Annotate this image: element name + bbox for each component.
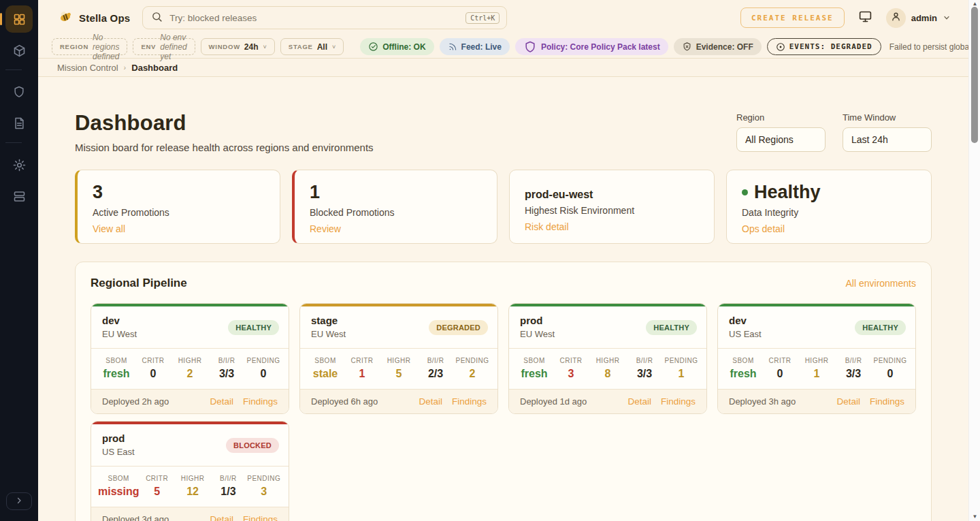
sidebar-collapse-button[interactable] xyxy=(6,492,32,510)
metric-value: stale xyxy=(307,368,344,380)
stage-dropdown[interactable]: STAGE All ˅ xyxy=(280,38,344,55)
metric-value: 0 xyxy=(762,368,798,380)
status-pill-label: EVENTS: DEGRADED xyxy=(789,42,872,51)
global-search-input[interactable]: Try: blocked releases Ctrl+K xyxy=(142,6,507,29)
stat-link[interactable]: Ops detail xyxy=(742,223,785,234)
health-dot-icon xyxy=(742,189,748,195)
monitor-icon xyxy=(858,10,872,27)
env-context-chip[interactable]: ENV No env defined yet xyxy=(133,38,195,55)
metric-highr: HIGHR 8 xyxy=(589,357,626,380)
check-circle-icon xyxy=(368,42,378,52)
metric-sbom: SBOM fresh xyxy=(516,357,553,380)
window-dropdown[interactable]: WINDOW 24h ˅ xyxy=(201,38,275,55)
findings-link[interactable]: Findings xyxy=(870,396,904,407)
detail-link[interactable]: Detail xyxy=(210,396,233,407)
status-pill-offline[interactable]: Offline: OK xyxy=(360,38,434,55)
metric-label: PENDING xyxy=(454,357,491,364)
metric-pending: PENDING 3 xyxy=(246,475,282,498)
env-chip-label: ENV xyxy=(141,43,156,50)
stat-link[interactable]: Review xyxy=(310,223,341,234)
status-badge: HEALTHY xyxy=(855,320,906,335)
detail-link[interactable]: Detail xyxy=(836,396,860,407)
metric-sbom: SBOM stale xyxy=(307,357,344,380)
sidebar-item-shield[interactable] xyxy=(5,78,33,106)
findings-link[interactable]: Findings xyxy=(661,396,696,407)
pipeline-card-prod-eu-west: prod EU West HEALTHY SBOM fresh CRITR 3 … xyxy=(508,303,707,414)
circle-dot-icon xyxy=(776,42,785,52)
sidebar-item-document[interactable] xyxy=(5,110,33,137)
stat-card-highest-risk-environment: prod-eu-westHighest Risk EnvironmentRisk… xyxy=(509,170,715,244)
metric-value: 3/3 xyxy=(208,368,245,380)
user-menu[interactable]: admin xyxy=(886,8,951,28)
pipeline-card-footer: Deployed 3h ago DetailFindings xyxy=(718,389,915,413)
metrics-row: SBOM fresh CRITR 0 HIGHR 2 B/I/R 3/3 PEN… xyxy=(91,348,289,389)
display-mode-button[interactable] xyxy=(858,10,872,27)
pipeline-card-dev-us-east: dev US East HEALTHY SBOM fresh CRITR 0 H… xyxy=(717,303,916,414)
scrollbar-thumb[interactable] xyxy=(971,7,978,143)
sidebar-item-package[interactable] xyxy=(5,37,33,64)
region-filter-select[interactable]: All Regions xyxy=(736,127,826,152)
detail-link[interactable]: Detail xyxy=(627,396,651,407)
metric-value: 2/3 xyxy=(417,368,454,380)
status-pill-events[interactable]: EVENTS: DEGRADED xyxy=(767,38,881,55)
page-title: Dashboard xyxy=(75,111,374,136)
scrollbar-down-arrow[interactable]: ▼ xyxy=(969,513,980,520)
chevron-right-icon: › xyxy=(124,63,127,72)
pipeline-grid: dev EU West HEALTHY SBOM fresh CRITR 0 H… xyxy=(91,303,916,521)
findings-link[interactable]: Findings xyxy=(243,514,278,521)
findings-link[interactable]: Findings xyxy=(243,396,278,407)
metric-value: 8 xyxy=(589,368,626,380)
chevron-down-icon: ˅ xyxy=(332,44,336,50)
metric-pending: PENDING 1 xyxy=(663,357,700,380)
metric-label: B/I/R xyxy=(210,475,246,482)
panel-title: Regional Pipeline xyxy=(91,277,187,290)
findings-link[interactable]: Findings xyxy=(452,396,487,407)
regional-pipeline-panel: Regional Pipeline All environments dev E… xyxy=(75,262,932,521)
sidebar-divider xyxy=(5,142,22,143)
app-title: Stella Ops xyxy=(79,12,130,24)
avatar xyxy=(886,8,906,28)
metric-value: 1 xyxy=(344,368,380,380)
metric-value: fresh xyxy=(725,368,762,380)
sidebar-item-server-stack[interactable] xyxy=(5,183,33,210)
time-window-filter-label: Time Window xyxy=(843,112,932,123)
status-pill-policy[interactable]: Policy: Core Policy Pack latest xyxy=(515,38,668,55)
metric-label: SBOM xyxy=(98,475,139,482)
deployed-text: Deployed 6h ago xyxy=(311,396,378,407)
metric-label: B/I/R xyxy=(208,357,245,364)
gear-icon xyxy=(12,158,27,172)
sidebar-item-gear[interactable] xyxy=(5,151,33,178)
status-pill-feed[interactable]: Feed: Live xyxy=(440,38,510,55)
metric-critr: CRITR 0 xyxy=(135,357,172,380)
pipeline-card-header: prod EU West HEALTHY xyxy=(509,306,706,348)
metric-value: 1 xyxy=(663,368,700,380)
region-context-chip[interactable]: REGION No regions defined xyxy=(52,38,127,55)
stat-link[interactable]: View all xyxy=(93,223,125,234)
detail-link[interactable]: Detail xyxy=(419,396,442,407)
search-icon xyxy=(151,11,163,25)
all-environments-link[interactable]: All environments xyxy=(846,278,917,289)
breadcrumb-parent[interactable]: Mission Control xyxy=(57,63,118,73)
pipeline-card-dev-eu-west: dev EU West HEALTHY SBOM fresh CRITR 0 H… xyxy=(91,303,289,414)
metric-value: 5 xyxy=(139,486,174,498)
pipeline-card-header: prod US East BLOCKED xyxy=(91,424,289,466)
pipeline-card-footer: Deployed 1d ago DetailFindings xyxy=(509,389,706,413)
time-window-filter-select[interactable]: Last 24h xyxy=(843,127,932,152)
create-release-button[interactable]: CREATE RELEASE xyxy=(740,7,845,28)
deployed-text: Deployed 3d ago xyxy=(102,514,169,521)
vertical-scrollbar[interactable]: ▲ ▼ xyxy=(968,0,980,521)
metric-pending: PENDING 2 xyxy=(454,357,491,380)
metric-bir: B/I/R 1/3 xyxy=(210,475,246,498)
scrollbar-up-arrow[interactable]: ▲ xyxy=(969,0,980,7)
app-root: Stella Ops Try: blocked releases Ctrl+K … xyxy=(0,0,980,521)
metric-label: CRITR xyxy=(553,357,589,364)
region-filter-label: Region xyxy=(736,112,826,123)
sidebar-item-dashboard-grid[interactable] xyxy=(5,5,33,33)
region-chip-label: REGION xyxy=(60,43,88,50)
status-pill-evidence[interactable]: Evidence: OFF xyxy=(674,38,762,55)
stat-link[interactable]: Risk detail xyxy=(525,221,569,232)
pipeline-card-footer: Deployed 3d ago DetailFindings xyxy=(91,507,289,521)
metric-label: CRITR xyxy=(344,357,380,364)
status-pill-label: Feed: Live xyxy=(461,42,502,52)
detail-link[interactable]: Detail xyxy=(210,514,233,521)
